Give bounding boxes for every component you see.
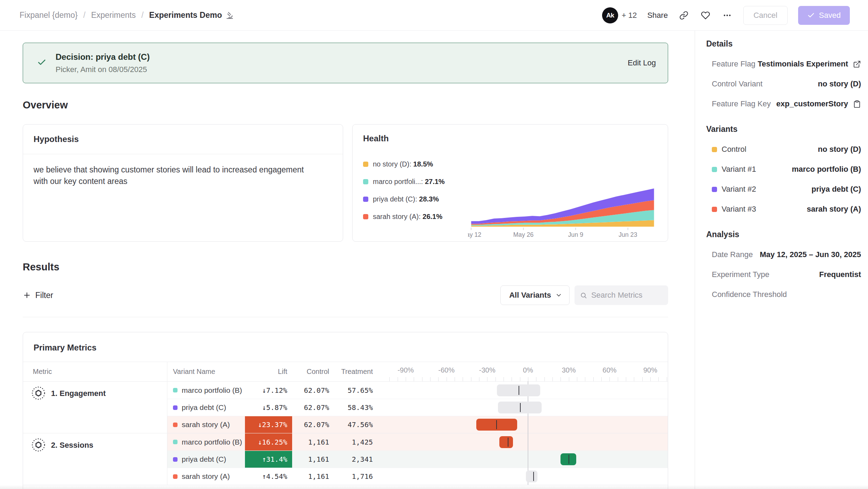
pm-body: 1. Engagementmarco portfolio (B)↓7.12%62… (23, 381, 668, 485)
table-row[interactable]: marco portfolio (B)↓16.25%1,1611,425 (167, 433, 668, 451)
detail-value[interactable]: exp_customerStory (776, 99, 861, 108)
variant-slot-name: Variant #1 (722, 165, 756, 174)
metric-name: 1. Engagement (51, 386, 106, 398)
details-title: Details (706, 39, 861, 49)
collaborator-count[interactable]: + 12 (622, 11, 637, 20)
axis-tick (487, 377, 487, 381)
edit-log-button[interactable]: Edit Log (628, 58, 656, 68)
cancel-button[interactable]: Cancel (743, 6, 787, 25)
detail-row: Feature Flag Keyexp_customerStory (706, 99, 861, 108)
variant-label: Control (712, 145, 818, 154)
share-button[interactable]: Share (647, 11, 668, 20)
breadcrumb-project[interactable]: Fixpanel {demo} (20, 10, 78, 20)
detail-value: no story (D) (818, 79, 861, 88)
variant-label: Variant #2 (712, 185, 811, 194)
variant-row: Variant #2priya debt (C) (706, 185, 861, 194)
axis-tick (520, 377, 520, 381)
treatment-cell: 57.65% (334, 382, 378, 399)
legend-label: sarah story (A): 26.1% (373, 213, 442, 221)
top-bar: Fixpanel {demo} / Experiments / Experime… (0, 0, 868, 31)
axis-label: -60% (438, 366, 455, 374)
zero-axis-line (528, 381, 528, 485)
variant-swatch-icon (712, 187, 717, 192)
metric-rows: marco portfolio (B)↓7.12%62.07%57.65%pri… (167, 382, 668, 433)
breadcrumb: Fixpanel {demo} / Experiments / Experime… (20, 10, 234, 20)
legend-item[interactable]: no story (D): 18.5% (363, 160, 468, 168)
axis-tick (626, 377, 626, 381)
search-metrics-input[interactable] (591, 291, 663, 300)
favorite-heart-icon[interactable] (700, 10, 711, 21)
point-estimate-marker (508, 438, 508, 447)
variant-value: marco portfolio (B) (792, 165, 861, 174)
lift-cell: ↑4.54% (245, 468, 292, 485)
analysis-value: Frequentist (819, 270, 861, 279)
detail-value[interactable]: Testimonials Experiment (758, 59, 861, 69)
metric-cell[interactable]: 1. Engagement (23, 382, 167, 433)
lift-value-highlight: ↓23.37% (245, 416, 292, 433)
add-filter-button[interactable]: Filter (23, 291, 53, 300)
legend-item[interactable]: priya debt (C): 28.3% (363, 195, 468, 203)
check-icon (37, 58, 46, 69)
detail-value-text: no story (D) (818, 79, 861, 88)
axis-tick (658, 377, 659, 381)
add-metric-button[interactable]: Add (23, 485, 668, 489)
confidence-interval-cell (378, 433, 668, 451)
metric-cell[interactable]: 2. Sessions (23, 433, 167, 485)
point-estimate-marker (520, 403, 521, 412)
table-row[interactable]: priya debt (C)↑31.4%1,1612,341 (167, 451, 668, 468)
external-link-icon[interactable] (853, 60, 861, 68)
detail-label: Feature Flag (712, 59, 758, 69)
hypothesis-body: we believe that showing customer stories… (23, 154, 331, 197)
variant-swatch-icon (712, 147, 717, 152)
confidence-interval-cell (378, 382, 668, 399)
more-options-icon[interactable] (722, 10, 733, 21)
saved-button[interactable]: Saved (798, 6, 850, 25)
health-chart: May 12May 26Jun 9Jun 23 (468, 143, 657, 239)
copy-icon[interactable] (853, 100, 861, 108)
axis-label: 90% (643, 366, 657, 374)
lift-value-highlight: ↓16.25% (245, 433, 292, 451)
legend-item[interactable]: marco portfoli...: 27.1% (363, 178, 468, 186)
detail-label: Feature Flag Key (712, 99, 776, 108)
all-variants-dropdown[interactable]: All Variants (500, 285, 570, 305)
variant-name: priya debt (C) (182, 403, 226, 412)
confidence-interval-cell (378, 416, 668, 433)
all-variants-label: All Variants (509, 291, 551, 300)
control-cell: 62.07% (292, 382, 334, 399)
table-row[interactable]: sarah story (A)↑4.54%1,1611,716 (167, 468, 668, 485)
section-divider (23, 317, 668, 317)
table-row[interactable]: priya debt (C)↓5.87%62.07%58.43% (167, 399, 668, 416)
axis-tick (504, 377, 504, 381)
analysis-row: Confidence Threshold (706, 290, 861, 299)
analysis-value: May 12, 2025 – Jun 30, 2025 (760, 250, 861, 259)
axis-label: 30% (562, 366, 576, 374)
filter-label: Filter (35, 291, 53, 300)
confidence-interval-cell (378, 399, 668, 416)
metric-name: 2. Sessions (51, 438, 93, 450)
legend-item[interactable]: sarah story (A): 26.1% (363, 213, 468, 221)
table-row[interactable]: marco portfolio (B)↓7.12%62.07%57.65% (167, 382, 668, 399)
x-axis-label: Jun 23 (619, 231, 637, 238)
axis-tick (577, 377, 577, 381)
legend-label: no story (D): 18.5% (373, 160, 433, 168)
column-header-variant: Variant Name (167, 362, 245, 381)
health-legend: no story (D): 18.5%marco portfoli...: 27… (363, 143, 468, 239)
axis-tick (463, 377, 463, 381)
lift-cell: ↓16.25% (245, 433, 292, 451)
variant-cell: priya debt (C) (167, 399, 245, 416)
collaborators: Ak + 12 (602, 7, 637, 23)
primary-metrics-title: Primary Metrics (23, 332, 668, 362)
treatment-cell: 1,716 (334, 468, 378, 485)
decision-title: Decision: priya debt (C) (56, 52, 628, 62)
check-icon (807, 12, 815, 19)
variant-swatch-icon (173, 388, 178, 392)
avatar[interactable]: Ak (602, 7, 618, 23)
variant-label: Variant #3 (712, 205, 807, 214)
variant-value: priya debt (C) (811, 185, 861, 194)
breadcrumb-separator: / (83, 10, 85, 20)
analysis-section: Analysis Date RangeMay 12, 2025 – Jun 30… (706, 230, 861, 299)
control-value: 62.07% (304, 386, 329, 395)
table-row[interactable]: sarah story (A)↓23.37%62.07%47.56% (167, 416, 668, 433)
breadcrumb-experiments[interactable]: Experiments (91, 10, 136, 20)
copy-link-icon[interactable] (678, 10, 689, 21)
